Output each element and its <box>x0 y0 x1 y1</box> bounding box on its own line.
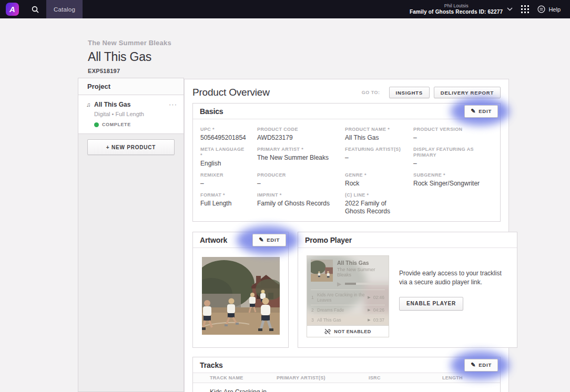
track-name: Kids Are Cracking in the Leaves <box>210 388 277 392</box>
page-title: All This Gas <box>88 50 171 64</box>
promo-player-preview: All This Gas The New Summer Bleaks ▶ 1 <box>307 255 389 337</box>
field-display-featuring: DISPLAY FEATURING AS PRIMARY– <box>413 147 500 168</box>
user-account-label: Family of Ghosts Records ID: 62277 <box>410 9 503 15</box>
tracks-title: Tracks <box>200 361 464 369</box>
field-imprint: IMPRINT *Family of Ghosts Records <box>257 192 345 215</box>
promo-player-title: Promo Player <box>305 236 515 244</box>
basics-edit-button[interactable]: ✎ EDIT <box>464 105 498 118</box>
help-label: Help <box>548 6 561 13</box>
product-code: EXP518197 <box>88 68 171 74</box>
field-producer: PRODUCER– <box>257 172 345 188</box>
track-table-row[interactable]: 1 Kids Are Cracking in the Leaves The Ne… <box>193 383 500 392</box>
awal-logo[interactable]: A <box>6 3 19 16</box>
play-icon: ▶ <box>368 318 370 322</box>
help-button[interactable]: Help <box>537 5 561 13</box>
preview-artist: The New Summer Bleaks <box>337 267 389 277</box>
sidebar-title: Project <box>78 78 184 95</box>
status-badge: COMPLETE <box>94 122 177 127</box>
status-label: COMPLETE <box>102 122 131 127</box>
top-navigation-bar: A Catalog Phil Loutsis Family of Ghosts … <box>0 0 570 18</box>
field-product-code: PRODUCT CODEAWD523179 <box>257 127 345 142</box>
section-title-product-overview: Product Overview <box>192 87 362 98</box>
artwork-edit-button[interactable]: ✎ EDIT <box>252 234 286 246</box>
preview-progress-fill <box>345 283 355 285</box>
edit-label: EDIT <box>479 362 492 368</box>
column-isrc: ISRC <box>369 375 442 380</box>
field-meta-language: META LANGUAGE *English <box>200 147 257 168</box>
preview-album-thumbnail <box>311 260 333 282</box>
basics-card: Basics ✎ EDIT UPC *5056495201854 PRODUCT… <box>192 103 501 222</box>
preview-track-row: 1 Kids Are Cracking in the Leaves ▶ 02:4… <box>311 290 385 305</box>
field-product-name: PRODUCT NAME *All This Gas <box>345 127 413 142</box>
new-product-button[interactable]: + NEW PRODUCT <box>87 139 175 155</box>
promo-player-card: Promo Player <box>298 232 517 348</box>
basics-title: Basics <box>200 107 464 116</box>
sidebar-footer: + NEW PRODUCT <box>78 134 184 160</box>
pencil-icon: ✎ <box>259 236 264 243</box>
main-content-panel: Product Overview GO TO: INSIGHTS DELIVER… <box>184 79 509 392</box>
project-sidebar: Project ♫ All This Gas ··· Digital • Ful… <box>78 78 184 392</box>
tab-catalog[interactable]: Catalog <box>46 0 83 18</box>
user-account-menu[interactable]: Phil Loutsis Family of Ghosts Records ID… <box>410 3 503 15</box>
insights-button[interactable]: INSIGHTS <box>389 87 430 98</box>
sidebar-product-subtitle: Digital • Full Length <box>94 111 177 117</box>
sidebar-product-name: All This Gas <box>94 101 169 108</box>
promo-status-label: NOT ENABLED <box>334 329 371 334</box>
page-header: The New Summer Bleaks All This Gas EXP51… <box>88 39 171 74</box>
edit-label: EDIT <box>267 237 280 243</box>
chevron-down-icon[interactable] <box>507 7 513 11</box>
play-icon: ▶ <box>368 308 370 312</box>
sidebar-item-product[interactable]: ♫ All This Gas ··· Digital • Full Length… <box>78 95 184 134</box>
field-product-version: PRODUCT VERSION– <box>413 127 500 142</box>
search-icon[interactable] <box>28 0 42 18</box>
overflow-menu-icon[interactable]: ··· <box>169 103 177 106</box>
tracks-table-header: TRACK NAME PRIMARY ARTIST(S) ISRC LENGTH <box>193 373 500 383</box>
header-artist-name: The New Summer Bleaks <box>88 39 171 47</box>
magnifier-glyph <box>32 6 39 13</box>
tracks-card: Tracks ✎ EDIT TRACK NAME PRIMARY ARTIST(… <box>192 357 501 392</box>
preview-track-row: 2 Dreams Fade ▶ 04:26 <box>311 305 385 315</box>
promo-description: Provide early access to your tracklist v… <box>399 269 508 287</box>
tracks-edit-button[interactable]: ✎ EDIT <box>464 359 498 372</box>
field-primary-artist: PRIMARY ARTIST *The New Summer Bleaks <box>257 147 345 168</box>
preview-play-icon: ▶ <box>337 281 341 286</box>
delivery-report-button[interactable]: DELIVERY REPORT <box>434 87 501 98</box>
preview-album-title: All This Gas <box>337 260 389 266</box>
field-subgenre: SUBGENRE *Rock Singer/Songwriter <box>413 172 500 188</box>
help-chat-icon <box>537 5 545 13</box>
pencil-icon: ✎ <box>471 362 476 368</box>
basics-fields: UPC *5056495201854 PRODUCT CODEAWD523179… <box>193 119 500 221</box>
preview-progress-bar <box>345 283 389 285</box>
field-genre: GENRE *Rock <box>345 172 413 188</box>
promo-status-bar: NOT ENABLED <box>307 325 389 337</box>
user-name: Phil Loutsis <box>410 3 503 9</box>
goto-label: GO TO: <box>362 90 380 95</box>
field-format: FORMAT *Full Length <box>200 192 257 215</box>
music-note-icon: ♫ <box>86 101 94 108</box>
artwork-card: Artwork ✎ EDIT <box>192 232 289 348</box>
apps-grid-icon[interactable] <box>521 5 529 13</box>
field-upc: UPC *5056495201854 <box>200 127 257 142</box>
status-dot-icon <box>94 122 99 127</box>
album-artwork-image <box>202 257 280 335</box>
preview-track-row: 3 All This Gas ▶ 03:37 <box>311 315 385 325</box>
link-off-icon <box>324 328 331 335</box>
field-c-line: (C) LINE *2022 Family of Ghosts Records <box>345 192 411 215</box>
pencil-icon: ✎ <box>471 108 476 115</box>
play-icon: ▶ <box>368 295 370 300</box>
enable-player-button[interactable]: ENABLE PLAYER <box>399 297 463 311</box>
edit-label: EDIT <box>479 108 492 114</box>
column-track-name: TRACK NAME <box>210 375 277 380</box>
field-featuring-artists: FEATURING ARTIST(S)– <box>345 147 413 168</box>
column-primary-artists: PRIMARY ARTIST(S) <box>277 375 369 380</box>
field-remixer: REMIXER– <box>200 172 257 188</box>
